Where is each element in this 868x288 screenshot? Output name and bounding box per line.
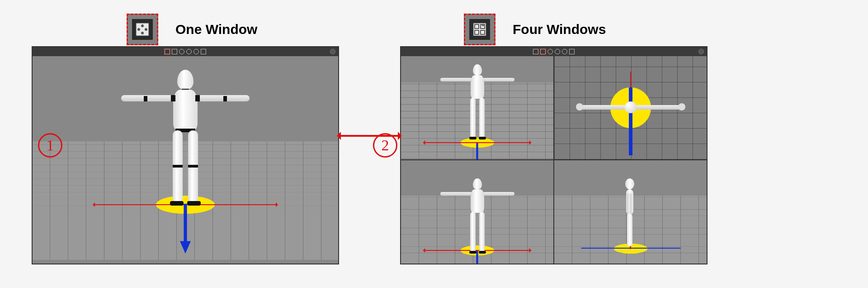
quad-view-icon: [469, 19, 490, 40]
tb-quad-view-icon[interactable]: [172, 49, 177, 54]
svg-point-3: [145, 28, 147, 31]
gizmo-x-axis[interactable]: [425, 250, 529, 251]
gizmo-z-axis[interactable]: [629, 87, 632, 155]
mannequin-foot-left: [170, 201, 184, 206]
mannequin-arm-right: [195, 95, 250, 101]
viewport-toolbar: [33, 47, 338, 56]
mannequin-top-view[interactable]: [579, 99, 683, 117]
gizmo-x-axis[interactable]: [425, 142, 529, 143]
svg-point-1: [141, 24, 144, 27]
annotation-marker-1: 1: [38, 133, 62, 158]
annotation-double-arrow-icon: [340, 135, 399, 137]
mannequin-t-pose[interactable]: [446, 178, 509, 248]
tb-close-icon[interactable]: [330, 49, 335, 54]
one-window-label: One Window: [175, 22, 257, 37]
tb-zoom-extents-icon[interactable]: [555, 49, 560, 54]
tb-single-view-icon[interactable]: [533, 49, 538, 54]
mannequin-head: [177, 70, 193, 90]
mannequin-torso: [173, 90, 198, 131]
svg-rect-5: [473, 23, 486, 36]
mannequin-arm-left: [121, 95, 175, 101]
tb-settings-icon[interactable]: [569, 49, 575, 54]
tb-zoom-extents-icon[interactable]: [186, 49, 192, 54]
mannequin-foot-right: [187, 201, 201, 206]
viewport-toolbar: [401, 47, 707, 56]
viewport-top[interactable]: [554, 56, 707, 159]
svg-point-2: [137, 28, 140, 31]
tb-single-view-icon[interactable]: [165, 49, 170, 54]
tb-quad-view-icon[interactable]: [540, 49, 546, 54]
tb-rotate-icon[interactable]: [179, 49, 184, 54]
svg-point-4: [141, 32, 144, 34]
single-view-icon: [132, 19, 153, 40]
viewport-front[interactable]: [401, 160, 553, 264]
viewport-quad-panel: [400, 46, 708, 264]
viewport-perspective[interactable]: [401, 56, 553, 159]
one-window-toggle[interactable]: [127, 14, 158, 45]
tb-zoom-selection-icon[interactable]: [193, 49, 199, 54]
tb-close-icon[interactable]: [698, 49, 704, 54]
mannequin-side-view[interactable]: [622, 178, 640, 248]
viewport-single-panel: [32, 46, 339, 264]
mannequin-t-pose[interactable]: [443, 64, 511, 140]
tb-rotate-icon[interactable]: [547, 49, 553, 54]
viewport-quad: [401, 56, 707, 264]
four-windows-label: Four Windows: [513, 22, 606, 37]
tb-settings-icon[interactable]: [201, 49, 206, 54]
mannequin-t-pose[interactable]: [127, 70, 244, 206]
viewport-single[interactable]: [33, 56, 338, 264]
annotation-marker-2: 2: [373, 133, 397, 158]
tb-zoom-selection-icon[interactable]: [562, 49, 567, 54]
four-windows-toggle[interactable]: [464, 14, 495, 45]
viewport-side[interactable]: [554, 160, 707, 264]
